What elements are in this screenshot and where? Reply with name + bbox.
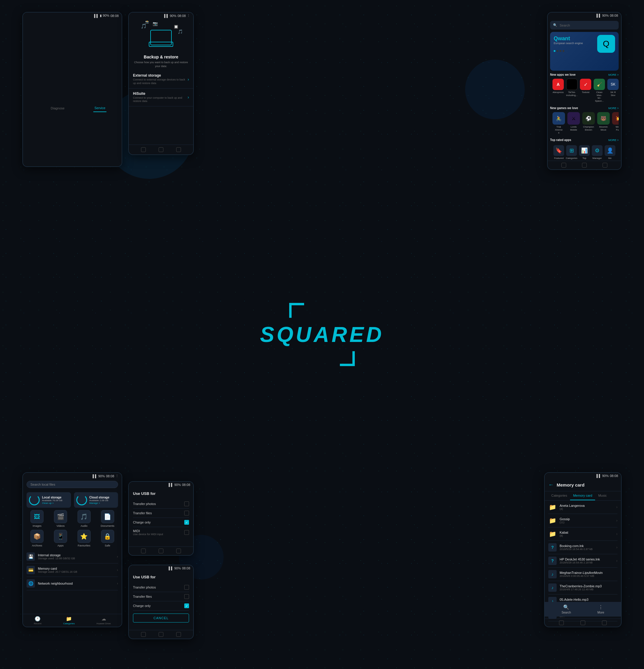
media-archives[interactable]: 📦 Archives [27,530,48,547]
external-storage-option[interactable]: External storage Connect to external sto… [129,70,193,88]
tab-diagnose[interactable]: Diagnose [49,105,66,112]
file-meghan-trainor[interactable]: ♪ MeghanTrainor-LipsAreMovin 2016/6/8 0:… [548,568,617,581]
back-button[interactable]: ← [548,482,554,488]
app-tiktok[interactable]: ♪ TikTok-including... [566,79,577,102]
internal-storage-item[interactable]: 💾 Internal storage Storage used: 13.88 G… [27,550,118,564]
aneta-sub: (4) [560,508,585,510]
search-button[interactable]: 🔍 Search [561,604,571,614]
app-cleanmaster[interactable]: 🧹 Clean Mas-ter- Space... [593,79,605,102]
top-categories[interactable]: ⊞ Categories [565,145,578,159]
usb-midi[interactable]: MIDI Use device for MIDI input [133,527,189,538]
file-booking[interactable]: ? Booking.com.lnk 2018/5/28 16:54:46 0.9… [548,541,617,554]
new-games-more[interactable]: MORE > [608,107,619,110]
file-gossip[interactable]: 📁 Gossip (11) › [548,514,617,527]
new-apps-section: New apps we love MORE > A Aliexpress ♪ T… [548,73,621,106]
videos-icon: 🎬 [54,510,67,523]
hisuite-option[interactable]: HiSuite Connect to your computer to back… [129,88,193,106]
nav-dot-home-3[interactable] [582,163,587,168]
nav-dot-back-6[interactable] [141,632,146,637]
bracket-bottom [289,348,355,366]
usb-charge-only[interactable]: Charge only ✓ [133,518,189,527]
nav-dot-recent-7[interactable] [602,621,607,625]
nav-dot-home-7[interactable] [581,621,585,625]
usb-top-title: Use USB for [133,491,189,496]
nav-dot-recent-6[interactable] [176,632,181,637]
media-images[interactable]: 🖼 Images [27,510,48,527]
statusbar-4: ▌▌ 90% 08:08 ⋮ [23,473,121,479]
media-videos[interactable]: 🎬 Videos [50,510,71,527]
store-search[interactable]: 🔍 Search [550,21,619,29]
bottom-charge-only-radio[interactable]: ✓ [184,603,189,608]
usb-transfer-photos[interactable]: Transfer photos [133,499,189,509]
statusbar-6: ▌▌ 90% 08:08 [129,565,193,571]
app-todoist[interactable]: ✓ Todoist [580,79,591,102]
todoist-label: Todoist [582,91,589,94]
local-storage-card[interactable]: Local storage Available 76.09 GB Clean u… [27,492,71,508]
cloud-storage-card[interactable]: Cloud storage Available 2.08 GB Manage > [74,492,118,508]
usb-transfer-files[interactable]: Transfer files [133,509,189,518]
media-documents[interactable]: 📄 Documents [97,510,118,527]
tab-music[interactable]: Music [595,491,610,500]
usb-bottom-transfer-photos[interactable]: Transfer photos [133,583,189,592]
nav-dot-recent-3[interactable] [603,163,607,168]
cancel-button[interactable]: CANCEL [133,614,189,623]
top-top[interactable]: 📊 Top [578,145,591,159]
media-audio[interactable]: 🎵 Audio [74,510,95,527]
nav-dot-home-6[interactable] [159,632,163,637]
transfer-photos-radio[interactable] [184,501,189,506]
game-wars-fury[interactable]: 💥 WarsFury [612,112,619,134]
transfer-files-label: Transfer files [133,511,152,515]
bottom-transfer-files-radio[interactable] [184,594,189,599]
logo-text: SQUARED [260,321,384,348]
nav-dot-back-3[interactable] [561,163,566,168]
usb-bottom-transfer-files[interactable]: Transfer files [133,592,189,601]
charge-only-radio[interactable]: ✓ [184,520,189,525]
app-skr[interactable]: SK SK RSlov [607,79,619,102]
top-me[interactable]: 👤 Me [603,145,616,159]
tab-service[interactable]: Service [93,104,107,112]
midi-radio[interactable] [184,530,189,535]
usb-bottom-charge-only[interactable]: Charge only ✓ [133,601,189,611]
media-safe[interactable]: 🔒 Safe [97,530,118,547]
kebab-icon[interactable]: ⋮ [187,14,190,18]
game-lords-mobile[interactable]: ⚔ LordsMobile [567,112,580,134]
top-featured[interactable]: 🔖 Featured [553,145,565,159]
memory-card-item[interactable]: 💳 Memory card Storage used: 20.7 GB/31.1… [27,564,118,577]
hisuite-chevron: › [188,95,189,100]
nav-dot-home-5[interactable] [159,549,163,553]
fm-kebab-icon[interactable]: ⋮ [115,474,119,478]
midi-sub: Use device for MIDI input [133,533,163,536]
nav-dot-back-2[interactable] [141,147,146,152]
aneta-name: Aneta Langerova [560,504,585,508]
file-kabat[interactable]: 📁 Kabat (8) › [548,527,617,541]
media-apps[interactable]: 📱 Apps [50,530,71,547]
game-trial-xtreme[interactable]: 🚴 Trial Xtreme4 [553,112,565,134]
backup-title: Backup & restore [133,55,189,59]
top-rated-more[interactable]: MORE > [608,139,619,142]
bottom-transfer-photos-radio[interactable] [184,585,189,590]
nav-dot-home-2[interactable] [159,147,163,152]
app-aliexpress[interactable]: A Aliexpress [553,79,564,102]
booking-question-icon: ? [548,543,557,552]
nav-dot-back-7[interactable] [559,621,564,625]
nav-dot-recent-2[interactable] [176,147,181,152]
new-apps-more[interactable]: MORE > [608,73,619,76]
transfer-files-radio[interactable] [184,511,189,515]
nav-dot-recent-5[interactable] [176,549,181,553]
top-manager[interactable]: ⚙ Manager [591,145,603,159]
tab-categories[interactable]: Categories [548,491,570,500]
fm-search-input[interactable]: Search local files [27,481,118,488]
cloud-storage-action[interactable]: Manage > [89,502,110,504]
more-button[interactable]: ⋮ More [598,604,604,614]
file-aneta-langerova[interactable]: 📁 Aneta Langerova (4) › [548,501,617,514]
game-champion-eleven[interactable]: ⚽ ChampionEleven [582,112,595,134]
file-hp-deskjet[interactable]: ? HP DeskJet 4530 series.lnk 2018/5/28 1… [548,554,617,568]
game-moomin-move[interactable]: 🐻 MoominMove [597,112,610,134]
hisuite-desc: Connect to your computer to back up and … [133,96,188,103]
local-storage-action[interactable]: Clean up > [42,502,62,504]
file-cranberries[interactable]: ♪ TheCranberries-Zombie.mp3 2016/4/8 17:… [548,581,617,595]
nav-dot-back-5[interactable] [141,549,146,553]
tab-memory-card[interactable]: Memory card [570,491,595,500]
network-neighbourhood-item[interactable]: 🌐 Network neighbourhood › [27,577,118,590]
media-favourites[interactable]: ⭐ Favourites [74,530,95,547]
